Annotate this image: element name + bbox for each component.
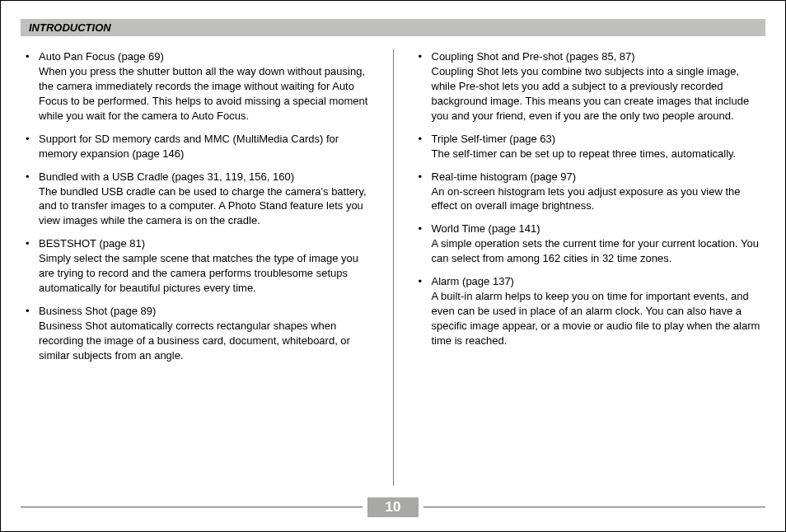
feature-body: The bundled USB cradle can be used to ch…: [39, 184, 373, 229]
list-item: World Time (page 141) A simple operation…: [414, 222, 766, 266]
feature-title: Business Shot (page 89): [39, 305, 156, 317]
page-number-badge: 10: [367, 497, 419, 517]
feature-body: Business Shot automatically corrects rec…: [39, 319, 373, 363]
feature-title: World Time (page 141): [432, 222, 540, 235]
manual-page: INTRODUCTION Auto Pan Focus (page 69) Wh…: [0, 0, 786, 532]
feature-body: Coupling Shot lets you combine two subje…: [432, 64, 766, 124]
feature-body: A built-in alarm helps to keep you on ti…: [432, 289, 766, 348]
list-item: Auto Pan Focus (page 69) When you press …: [21, 49, 373, 124]
feature-body: The self-timer can be set up to repeat t…: [432, 147, 766, 161]
feature-title: Triple Self-timer (page 63): [432, 133, 556, 145]
left-column: Auto Pan Focus (page 69) When you press …: [21, 49, 393, 486]
feature-list-left: Auto Pan Focus (page 69) When you press …: [21, 49, 373, 363]
list-item: Real-time histogram (page 97) An on-scre…: [414, 170, 766, 214]
list-item: Triple Self-timer (page 63) The self-tim…: [414, 132, 766, 161]
feature-title: Alarm (page 137): [432, 275, 514, 287]
feature-list-right: Coupling Shot and Pre-shot (pages 85, 87…: [414, 49, 766, 348]
feature-body: An on-screen histogram lets you adjust e…: [432, 184, 766, 214]
section-title: INTRODUCTION: [29, 21, 111, 34]
feature-title: Auto Pan Focus (page 69): [39, 50, 164, 63]
content-columns: Auto Pan Focus (page 69) When you press …: [21, 49, 765, 486]
list-item: Coupling Shot and Pre-shot (pages 85, 87…: [414, 49, 766, 124]
feature-title: Real-time histogram (page 97): [432, 170, 577, 183]
feature-title: Support for SD memory cards and MMC (Mul…: [39, 133, 339, 160]
feature-title: BESTSHOT (page 81): [39, 237, 145, 250]
footer-rule-right: [423, 506, 765, 508]
feature-title: Bundled with a USB Cradle (pages 31, 119…: [39, 170, 294, 183]
feature-body: Simply select the sample scene that matc…: [39, 251, 373, 296]
feature-body: A simple operation sets the current time…: [432, 236, 766, 266]
feature-title: Coupling Shot and Pre-shot (pages 85, 87…: [432, 50, 635, 63]
footer-rule-left: [21, 506, 363, 508]
page-footer: 10: [1, 498, 785, 516]
page-number: 10: [386, 499, 401, 515]
list-item: BESTSHOT (page 81) Simply select the sam…: [21, 236, 373, 296]
list-item: Support for SD memory cards and MMC (Mul…: [21, 132, 373, 161]
right-column: Coupling Shot and Pre-shot (pages 85, 87…: [393, 49, 766, 486]
section-header: INTRODUCTION: [21, 19, 765, 36]
list-item: Business Shot (page 89) Business Shot au…: [21, 304, 373, 363]
feature-body: When you press the shutter button all th…: [39, 64, 373, 124]
list-item: Alarm (page 137) A built-in alarm helps …: [414, 274, 766, 348]
footer-line: 10: [1, 498, 785, 516]
list-item: Bundled with a USB Cradle (pages 31, 119…: [21, 170, 373, 229]
